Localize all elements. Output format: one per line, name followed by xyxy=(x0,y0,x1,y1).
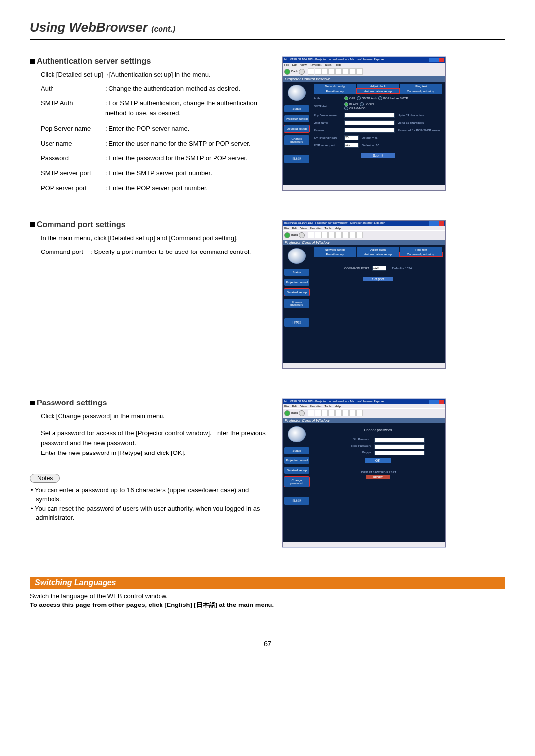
note-1: You can enter a password up to 16 charac… xyxy=(30,486,272,504)
reset-button[interactable]: RESET xyxy=(366,475,390,479)
mail-icon xyxy=(349,68,356,75)
sidebar-status[interactable]: Status xyxy=(284,447,309,454)
tab-network[interactable]: Network config xyxy=(314,247,356,252)
back-icon[interactable] xyxy=(284,69,290,75)
switching-lang-p1: Switch the language of the WEB control w… xyxy=(30,592,505,601)
password-input[interactable] xyxy=(344,128,395,133)
switching-lang-p2: To access this page from other pages, cl… xyxy=(30,601,505,609)
label-auth: Auth xyxy=(41,84,105,94)
auth-heading: Authentication server settings xyxy=(30,57,272,66)
tab-email[interactable]: E-mail set up xyxy=(314,89,356,94)
sidebar-lang[interactable]: 日本語 xyxy=(284,155,309,163)
search-icon xyxy=(328,68,335,75)
page-number: 67 xyxy=(30,639,505,648)
logo-icon xyxy=(288,85,306,101)
screenshot-cmd: http://198.68.104.183 - Projector contro… xyxy=(282,220,446,369)
logo-icon xyxy=(288,426,306,442)
pw-p2: Set a password for access of the [Projec… xyxy=(41,428,272,448)
sidebar-lang[interactable]: 日本語 xyxy=(284,497,309,505)
retype-pw-input[interactable] xyxy=(374,451,425,455)
old-pw-input[interactable] xyxy=(374,438,425,443)
pcw-title: Projector Control Window xyxy=(283,418,445,423)
minimize-icon xyxy=(429,58,434,62)
home-icon xyxy=(321,68,328,75)
pop-server-input[interactable] xyxy=(344,113,395,118)
ok-button[interactable]: OK xyxy=(365,458,391,463)
favorites-icon xyxy=(335,68,342,75)
pop-port-input[interactable]: 110 xyxy=(344,143,359,148)
refresh-icon xyxy=(315,68,321,75)
pcw-title: Projector Control Window xyxy=(283,240,445,245)
sidebar-change-pw[interactable]: Change password xyxy=(284,135,309,145)
tab-cmd[interactable]: Command port set up xyxy=(400,89,442,94)
cmd-port-input[interactable]: 1024 xyxy=(372,266,386,271)
sidebar-detailed[interactable]: Detailed set up xyxy=(284,467,309,474)
cmd-intro: In the main menu, click [Detailed set up… xyxy=(41,233,272,243)
label-user-name: User name xyxy=(41,139,105,149)
switching-lang-bar: Switching Languages xyxy=(30,577,505,589)
sidebar-status[interactable]: Status xyxy=(284,105,309,112)
sidebar-change-pw[interactable]: Change password xyxy=(284,299,309,308)
window-controls[interactable] xyxy=(429,58,444,62)
screenshot-pw: http://198.68.104.183 - Projector contro… xyxy=(282,399,446,547)
sidebar-projector[interactable]: Projector control xyxy=(284,279,309,286)
tab-auth[interactable]: Authentication set up xyxy=(357,89,399,94)
page-title: Using WebBrowser (cont.) xyxy=(30,20,505,35)
user-pw-reset-title: USER PASSWORD RESET xyxy=(314,471,442,474)
pw-p1: Click [Change password] in the main menu… xyxy=(41,411,272,421)
sidebar-projector[interactable]: Projector control xyxy=(284,115,309,122)
user-name-input[interactable] xyxy=(344,120,395,125)
label-command-port: Command port xyxy=(41,247,90,257)
tab-auth[interactable]: Authentication set up xyxy=(357,252,399,257)
note-2: You can reset the password of users with… xyxy=(30,504,272,522)
window-controls[interactable] xyxy=(429,400,444,404)
divider xyxy=(30,39,505,42)
auth-intro: Click [Detailed set up]→[Authentication … xyxy=(41,70,272,80)
pw-p3: Enter the new password in [Retype] and c… xyxy=(41,448,272,458)
smtp-port-input[interactable]: 25 xyxy=(344,135,359,140)
label-smtp-auth: SMTP Auth xyxy=(41,99,105,118)
cmd-heading: Command port settings xyxy=(30,220,272,229)
stop-icon xyxy=(308,68,314,75)
logo-icon xyxy=(288,248,306,264)
screenshot-auth: http://198.68.104.183 - Projector contro… xyxy=(282,57,446,191)
tab-cmd[interactable]: Command port set up xyxy=(400,252,442,257)
forward-icon[interactable] xyxy=(299,232,305,238)
sidebar-detailed[interactable]: Detailed set up xyxy=(284,125,309,132)
notes-label: Notes xyxy=(30,474,60,483)
set-port-button[interactable]: Set port xyxy=(363,277,393,281)
tab-ping[interactable]: Ping test xyxy=(400,84,442,89)
sidebar-change-pw[interactable]: Change password xyxy=(284,477,309,487)
label-pop-server: Pop Server name xyxy=(41,124,105,134)
tab-network[interactable]: Network config xyxy=(314,84,356,89)
tab-adjust-clock[interactable]: Adjust clock xyxy=(357,84,399,89)
change-pw-title: Change password xyxy=(314,425,442,438)
pcw-title: Projector Control Window xyxy=(283,76,445,82)
label-smtp-port: SMTP server port xyxy=(41,168,105,178)
forward-icon[interactable] xyxy=(299,69,305,75)
label-pop-port: POP server port xyxy=(41,183,105,193)
sidebar-detailed[interactable]: Detailed set up xyxy=(284,289,309,296)
tab-adjust-clock[interactable]: Adjust clock xyxy=(357,247,399,252)
submit-button[interactable]: Submit xyxy=(361,153,395,158)
maximize-icon xyxy=(434,58,439,62)
pw-heading: Password settings xyxy=(30,399,272,407)
back-icon[interactable] xyxy=(284,232,290,238)
sidebar-lang[interactable]: 日本語 xyxy=(284,318,309,327)
sidebar-projector[interactable]: Projector control xyxy=(284,457,309,464)
print-icon xyxy=(356,68,363,75)
forward-icon[interactable] xyxy=(299,410,305,416)
window-controls[interactable] xyxy=(429,221,444,226)
back-icon[interactable] xyxy=(284,410,290,416)
sidebar-status[interactable]: Status xyxy=(284,269,309,276)
history-icon xyxy=(342,68,349,75)
new-pw-input[interactable] xyxy=(374,444,425,449)
tab-email[interactable]: E-mail set up xyxy=(314,252,356,257)
tab-ping[interactable]: Ping test xyxy=(400,247,442,252)
close-icon xyxy=(439,58,444,62)
label-password: Password xyxy=(41,153,105,163)
